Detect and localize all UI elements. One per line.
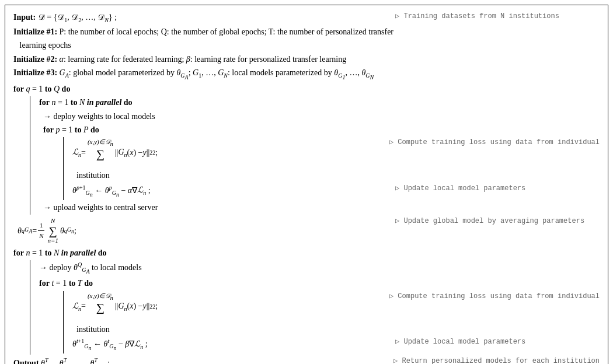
update-local-comment: ▷ Update local model parameters: [389, 183, 600, 194]
vbar-outer: [30, 96, 30, 215]
update-local2-line: θt+1Gn ← θtGn − β∇ℒn ; ▷ Update local mo…: [68, 337, 600, 353]
for-q-line: for q = 1 to Q do: [13, 83, 600, 96]
init2-line: Initialize #2: α: learning rate for fede…: [13, 53, 600, 66]
input-line: Input: 𝒟 = {𝒟1, 𝒟2, …, 𝒟N} ; ▷ Training …: [13, 11, 600, 25]
upload-line: → upload weights to central server: [35, 201, 600, 214]
loss-line: ℒn = (x,y)∈𝒟n ∑ ||Gn(x) − y||22 ; ▷ Comp…: [68, 137, 600, 169]
inner-t-content: ℒn = (x,y)∈𝒟n ∑ ||Gn(x) − y||22 ; ▷ Comp…: [68, 291, 600, 354]
vbar-outer2: [30, 260, 30, 355]
output-content: Output θTG1, θTG2, …, θTGN ;: [13, 356, 388, 364]
for-t-content: for t = 1 to T do: [35, 277, 600, 290]
for-n2-line: for n = 1 to N in parallel do: [13, 247, 600, 260]
algorithm-box: Input: 𝒟 = {𝒟1, 𝒟2, …, 𝒟N} ; ▷ Training …: [5, 5, 608, 364]
institution-line2: institution: [68, 323, 600, 336]
vbar-p: [63, 137, 64, 200]
init1-line: Initialize #1: P: the number of local ep…: [13, 26, 600, 38]
input-content: Input: 𝒟 = {𝒟1, 𝒟2, …, 𝒟N} ;: [13, 11, 389, 25]
outer-n-content: for n = 1 to N in parallel do → deploy w…: [35, 96, 600, 215]
for-n-line: for n = 1 to N in parallel do: [35, 96, 600, 109]
vbar-t: [63, 291, 64, 354]
deploy-global-content: → deploy θQGA to local models: [35, 260, 600, 276]
global-avg-comment: ▷ Update global model by averaging param…: [389, 216, 600, 227]
global-avg-line: θqGA = 1 N N ∑ n=1 θqGn ; ▷ Update globa…: [13, 216, 600, 246]
institution-content2: institution: [68, 323, 600, 336]
deploy-global-line: → deploy θQGA to local models: [35, 260, 600, 276]
loss-formula-content: ℒn = (x,y)∈𝒟n ∑ ||Gn(x) − y||22 ;: [68, 137, 384, 169]
update-local2-content: θt+1Gn ← θtGn − β∇ℒn ;: [68, 337, 389, 353]
outer-n-block: for n = 1 to N in parallel do → deploy w…: [13, 96, 600, 215]
inner-t-block: ℒn = (x,y)∈𝒟n ∑ ||Gn(x) − y||22 ; ▷ Comp…: [35, 291, 600, 354]
loss-comment: ▷ Compute training loss using data from …: [384, 137, 600, 148]
institution-content1: institution: [68, 169, 600, 182]
init1-content: Initialize #1: P: the number of local ep…: [13, 26, 600, 38]
output-comment: ▷ Return personalized models for each in…: [388, 356, 600, 364]
deploy-line: → deploy weights to local models: [35, 110, 600, 123]
init1-cont-line: learning epochs: [13, 39, 600, 52]
init2-content: Initialize #2: α: learning rate for fede…: [13, 53, 600, 66]
input-comment: ▷ Training datasets from N institutions: [389, 11, 600, 22]
init3-content: Initialize #3: GA: global model paramete…: [13, 66, 600, 82]
loss2-line: ℒn = (x,y)∈𝒟n ∑ ||Gn(x) − y||22 ; ▷ Comp…: [68, 291, 600, 323]
outer-n2-content: → deploy θQGA to local models for t = 1 …: [35, 260, 600, 355]
for-q-content: for q = 1 to Q do: [13, 83, 600, 96]
upload-content: → upload weights to central server: [35, 201, 600, 214]
global-avg-content: θqGA = 1 N N ∑ n=1 θqGn ;: [13, 216, 389, 246]
for-n2-content: for n = 1 to N in parallel do: [13, 247, 600, 260]
init3-line: Initialize #3: GA: global model paramete…: [13, 66, 600, 82]
inner-p-content: ℒn = (x,y)∈𝒟n ∑ ||Gn(x) − y||22 ; ▷ Comp…: [68, 137, 600, 200]
outer-n2-block: → deploy θQGA to local models for t = 1 …: [13, 260, 600, 355]
institution-line1: institution: [68, 169, 600, 182]
loss2-formula-content: ℒn = (x,y)∈𝒟n ∑ ||Gn(x) − y||22 ;: [68, 291, 384, 323]
output-line: Output θTG1, θTG2, …, θTGN ; ▷ Return pe…: [13, 356, 600, 364]
input-label: Input: 𝒟 = {𝒟1, 𝒟2, …, 𝒟N} ;: [13, 13, 117, 22]
loss2-comment: ▷ Compute training loss using data from …: [384, 291, 600, 302]
update-local-content: θp+1Gn ← θpGn − α∇ℒn ;: [68, 183, 389, 200]
inner-p-block: ℒn = (x,y)∈𝒟n ∑ ||Gn(x) − y||22 ; ▷ Comp…: [35, 137, 600, 200]
for-n-content: for n = 1 to N in parallel do: [35, 96, 600, 109]
deploy-content: → deploy weights to local models: [35, 110, 600, 123]
for-p-content: for p = 1 to P do: [35, 124, 600, 136]
for-t-line: for t = 1 to T do: [35, 277, 600, 290]
update-local2-comment: ▷ Update local model parameters: [389, 337, 600, 348]
for-p-line: for p = 1 to P do: [35, 124, 600, 136]
init1-cont-content: learning epochs: [13, 39, 600, 52]
update-local-line: θp+1Gn ← θpGn − α∇ℒn ; ▷ Update local mo…: [68, 183, 600, 200]
